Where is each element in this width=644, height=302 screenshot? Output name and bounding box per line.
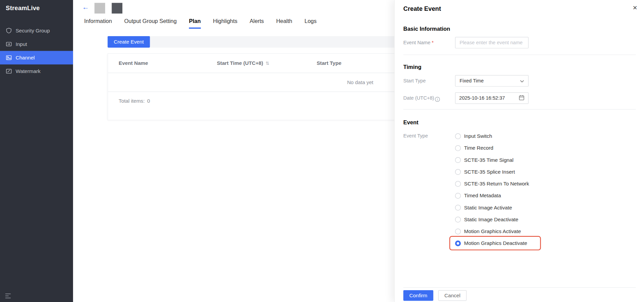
event-type-option-scte35-return-to-network[interactable]: SCTE-35 Return To Network	[455, 178, 529, 190]
start-type-label: Start Type	[403, 75, 426, 86]
back-icon[interactable]: ←	[82, 4, 89, 11]
event-type-option-input-switch[interactable]: Input Switch	[455, 130, 529, 142]
radio-icon	[455, 217, 461, 222]
cancel-button[interactable]: Cancel	[438, 290, 467, 301]
channel-thumbnail-1	[94, 3, 105, 14]
sidebar-item-label: Watermark	[16, 68, 41, 74]
event-type-option-static-image-deactivate[interactable]: Static Image Deactivate	[455, 213, 529, 225]
channel-icon	[6, 55, 12, 61]
radio-icon	[455, 193, 461, 198]
tab-highlights[interactable]: Highlights	[213, 18, 237, 29]
sidebar-item-input[interactable]: Input	[0, 37, 73, 51]
event-type-option-scte35-splice-insert[interactable]: SCTE-35 Splice Insert	[455, 166, 529, 178]
tab-health[interactable]: Health	[276, 18, 292, 29]
event-type-option-motion-graphics-deactivate[interactable]: Motion Graphics Deactivate	[455, 237, 529, 249]
event-name-label: Event Name*	[403, 37, 434, 48]
sidebar-item-label: Security Group	[16, 28, 50, 33]
divider	[403, 55, 636, 55]
confirm-button[interactable]: Confirm	[403, 290, 433, 301]
create-event-button[interactable]: Create Event	[108, 36, 150, 48]
info-icon: i	[435, 97, 440, 102]
sidebar-item-label: Channel	[16, 55, 35, 60]
sidebar-item-label: Input	[16, 41, 27, 47]
sidebar-collapse-icon[interactable]	[5, 293, 11, 299]
column-header-event-name: Event Name	[119, 54, 148, 73]
radio-icon	[455, 181, 461, 186]
start-type-select[interactable]: Fixed Time	[455, 75, 528, 86]
total-items: Total items:0	[119, 92, 150, 110]
event-type-option-scte35-time-signal[interactable]: SCTE-35 Time Signal	[455, 154, 529, 166]
date-value: 2025-10-16 16:52:37	[459, 95, 505, 101]
event-type-label: Event Type	[403, 130, 428, 142]
tab-alerts[interactable]: Alerts	[250, 18, 264, 29]
date-input[interactable]: 2025-10-16 16:52:37	[455, 92, 528, 104]
tab-logs[interactable]: Logs	[305, 18, 317, 29]
radio-icon	[455, 205, 461, 210]
section-heading-basic-information: Basic Information	[403, 26, 450, 32]
event-name-input[interactable]	[455, 37, 528, 48]
app-logo: StreamLive	[6, 4, 40, 11]
watermark-icon	[6, 68, 12, 74]
shield-icon	[6, 27, 12, 33]
close-icon[interactable]: ✕	[633, 5, 637, 11]
tab-plan[interactable]: Plan	[189, 18, 201, 29]
section-heading-timing: Timing	[403, 64, 421, 70]
sidebar-item-channel[interactable]: Channel	[0, 51, 73, 65]
input-icon	[6, 41, 12, 47]
sidebar-nav: Security Group Input Channel Watermark	[0, 24, 73, 78]
event-type-option-motion-graphics-activate[interactable]: Motion Graphics Activate	[455, 225, 529, 237]
total-items-label: Total items:	[119, 98, 145, 104]
create-event-drawer: Create Event ✕ Basic Information Event N…	[394, 0, 644, 302]
sidebar-item-security-group[interactable]: Security Group	[0, 24, 73, 37]
sidebar: StreamLive Security Group Input Channel	[0, 0, 73, 302]
tab-information[interactable]: Information	[84, 18, 112, 29]
divider	[403, 287, 636, 287]
event-type-option-time-record[interactable]: Time Record	[455, 142, 529, 154]
radio-selected-icon	[455, 240, 461, 246]
event-type-option-timed-metadata[interactable]: Timed Metadata	[455, 190, 529, 201]
column-header-start-type: Start Type	[317, 54, 341, 73]
radio-icon	[455, 133, 461, 139]
event-type-radio-group: Input Switch Time Record SCTE-35 Time Si…	[455, 130, 529, 249]
app-root: StreamLive Security Group Input Channel	[0, 0, 644, 302]
chevron-down-icon	[520, 78, 524, 84]
radio-icon	[455, 169, 461, 175]
divider	[403, 109, 636, 109]
radio-icon	[455, 145, 461, 151]
tab-bar: Information Output Group Setting Plan Hi…	[84, 18, 316, 29]
total-items-value: 0	[147, 98, 150, 104]
start-type-value: Fixed Time	[460, 78, 484, 84]
section-heading-event: Event	[403, 120, 419, 126]
date-label: Date (UTC+8)i	[403, 92, 440, 104]
radio-icon	[455, 157, 461, 163]
channel-thumbnail-2	[112, 3, 122, 14]
event-type-option-static-image-activate[interactable]: Static Image Activate	[455, 202, 529, 213]
sort-icon[interactable]: ⇅	[266, 61, 269, 66]
radio-icon	[455, 228, 461, 234]
sidebar-item-watermark[interactable]: Watermark	[0, 65, 73, 78]
tab-output-group-setting[interactable]: Output Group Setting	[124, 18, 177, 29]
required-mark: *	[432, 40, 434, 46]
drawer-title: Create Event	[403, 5, 441, 12]
column-header-start-time: Start Time (UTC+8)⇅	[217, 54, 269, 73]
calendar-icon	[519, 95, 524, 102]
